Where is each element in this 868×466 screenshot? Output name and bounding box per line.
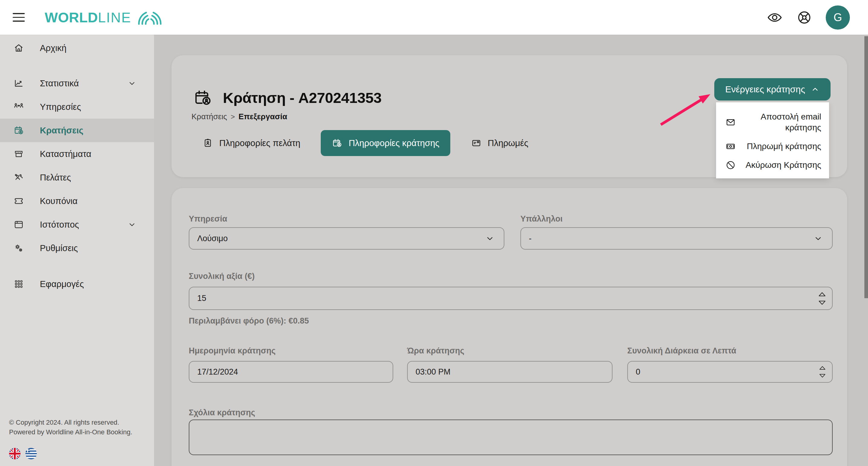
hamburger-menu-icon[interactable] [13, 13, 25, 22]
sidebar-item-bookings[interactable]: Κρατήσεις [0, 119, 154, 142]
employees-label: Υπάλληλοι [520, 214, 563, 224]
service-select[interactable]: Λούσιμο [189, 227, 504, 249]
sidebar-item-coupons[interactable]: Κουπόνια [0, 189, 154, 213]
sidebar-item-label: Αρχική [40, 43, 66, 53]
chevron-up-icon [811, 85, 820, 94]
sidebar-item-label: Στατιστικά [40, 78, 79, 89]
menu-item-payment[interactable]: Πληρωμή κράτησης [716, 141, 829, 152]
comments-label: Σχόλια κράτησης [189, 408, 255, 418]
number-stepper [819, 366, 826, 378]
coupons-icon [13, 196, 24, 206]
booking-time-input[interactable] [408, 362, 612, 382]
booking-calendar-icon [332, 138, 342, 148]
booking-date-input[interactable] [189, 362, 393, 382]
sidebar-item-home[interactable]: Αρχική [0, 36, 154, 60]
sidebar-item-apps[interactable]: Εφαρμογές [0, 272, 154, 296]
user-avatar[interactable]: G [826, 5, 850, 30]
chevron-down-icon [127, 220, 136, 229]
id-card-icon [203, 138, 213, 148]
duration-input[interactable] [628, 362, 819, 382]
support-lifebuoy-icon[interactable] [796, 9, 812, 26]
booking-date-label: Ημερομηνία κράτησης [189, 346, 276, 356]
employees-select[interactable]: - [520, 227, 833, 249]
worldline-wave-icon [137, 9, 163, 26]
copyright-line1: © Copyright 2024. All rights reserved. [9, 418, 132, 427]
tab-payments[interactable]: Πληρωμές [464, 130, 535, 156]
sidebar-item-settings[interactable]: Ρυθμίσεις [0, 236, 154, 260]
stores-icon [13, 148, 24, 159]
total-value-field [189, 287, 833, 310]
tab-booking-info[interactable]: Πληροφορίες κράτησης [321, 130, 450, 156]
breadcrumb-current: Επεξεργασία [239, 112, 287, 121]
booking-date-field [189, 361, 393, 383]
page-title: Κράτηση - A270241353 [223, 89, 381, 106]
website-icon [13, 219, 24, 230]
total-value-input[interactable] [189, 287, 818, 309]
tab-label: Πληροφορίες πελάτη [219, 138, 300, 148]
menu-item-cancel-booking[interactable]: Ακύρωση Κράτησης [716, 160, 829, 170]
preview-eye-icon[interactable] [767, 9, 783, 26]
sidebar-footer: © Copyright 2024. All rights reserved. P… [9, 418, 132, 459]
booking-calendar-icon [193, 88, 213, 108]
sidebar-item-statistics[interactable]: Στατιστικά [0, 71, 154, 95]
stepper-up-icon[interactable] [818, 292, 826, 297]
chevron-down-icon [813, 234, 823, 243]
vertical-scrollbar-thumb[interactable] [864, 36, 868, 298]
bookings-icon [13, 125, 24, 136]
sidebar-item-website[interactable]: Ιστότοπος [0, 213, 154, 236]
topbar-actions: G [767, 5, 850, 30]
logo-word-light: LINE [98, 9, 131, 26]
chevron-down-icon [127, 79, 136, 88]
duration-label: Συνολική Διάρκεια σε Λεπτά [627, 346, 736, 356]
sidebar-item-label: Καταστήματα [40, 149, 91, 159]
tax-helper-text: Περιλαμβάνει φόρο (6%): €0.85 [189, 316, 309, 326]
services-icon [13, 101, 24, 112]
sidebar-item-label: Ρυθμίσεις [40, 243, 78, 253]
sidebar-item-label: Κρατήσεις [40, 126, 83, 135]
greece-flag-icon[interactable] [25, 448, 37, 459]
employees-value: - [529, 234, 532, 243]
sidebar-item-label: Υπηρεσίες [40, 102, 81, 112]
nav-spacer [0, 260, 154, 272]
booking-actions-button[interactable]: Ενέργειες κράτησης [714, 78, 831, 100]
sidebar-item-services[interactable]: Υπηρεσίες [0, 95, 154, 119]
settings-icon [13, 243, 24, 254]
chevron-down-icon [485, 234, 495, 243]
breadcrumb-separator: > [231, 112, 235, 121]
booking-time-label: Ώρα κράτησης [407, 346, 464, 356]
sidebar-item-stores[interactable]: Καταστήματα [0, 142, 154, 166]
booking-time-field [407, 361, 613, 383]
nav-spacer [0, 60, 154, 71]
customers-icon [13, 172, 24, 183]
stepper-down-icon[interactable] [819, 374, 826, 378]
sidebar-nav: Αρχική Στατιστικά Υπηρεσίες [0, 35, 154, 296]
breadcrumb-parent[interactable]: Κρατήσεις [191, 112, 227, 121]
duration-field [627, 361, 833, 383]
tab-bar: Πληροφορίες πελάτη Πληροφορίες κράτησης [196, 130, 535, 156]
top-bar: WORLDLINE G [0, 0, 868, 35]
worldline-logo: WORLDLINE [45, 9, 163, 26]
tab-label: Πληρωμές [488, 138, 528, 148]
cash-icon [725, 141, 736, 152]
menu-item-label: Ακύρωση Κράτησης [736, 160, 821, 170]
sidebar-item-customers[interactable]: Πελάτες [0, 166, 154, 189]
menu-item-label: Αποστολή email κράτησης [736, 111, 821, 133]
sidebar-item-label: Εφαρμογές [40, 279, 84, 289]
envelope-icon [725, 117, 736, 128]
tab-customer-info[interactable]: Πληροφορίες πελάτη [196, 130, 307, 156]
menu-item-send-email[interactable]: Αποστολή email κράτησης [716, 111, 829, 133]
main-content: Κράτηση - A270241353 Κρατήσεις > Επεξεργ… [154, 35, 868, 466]
service-label: Υπηρεσία [189, 214, 227, 224]
total-value-label: Συνολική αξία (€) [189, 272, 255, 281]
comments-textarea[interactable] [189, 420, 833, 455]
stepper-up-icon[interactable] [819, 366, 826, 370]
tab-label: Πληροφορίες κράτησης [348, 138, 439, 148]
title-row: Κράτηση - A270241353 [193, 88, 381, 108]
service-value: Λούσιμο [197, 234, 228, 243]
uk-flag-icon[interactable] [9, 448, 21, 459]
cancel-icon [725, 160, 736, 170]
app-root: WORLDLINE G [0, 0, 868, 466]
home-icon [13, 42, 24, 54]
stepper-down-icon[interactable] [818, 300, 826, 305]
booking-actions-menu: Αποστολή email κράτησης Πληρωμή κράτησης… [716, 102, 829, 178]
